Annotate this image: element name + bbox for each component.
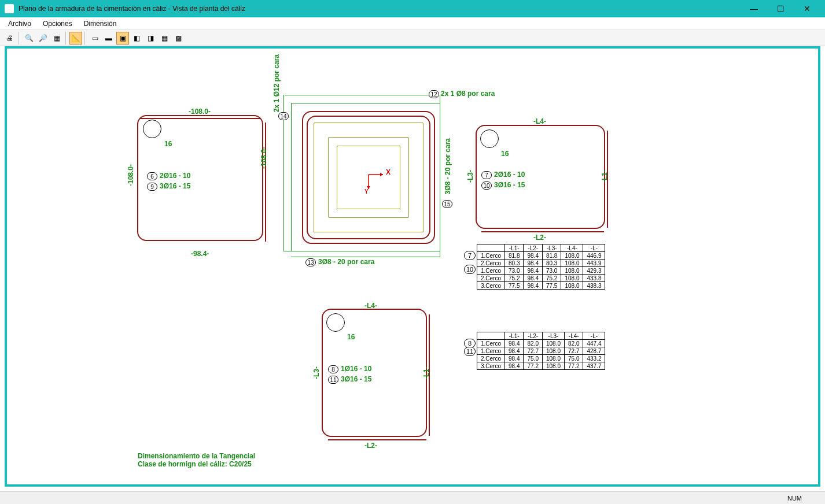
footer-note: Dimensionamiento de la Tangencial Clase …: [138, 452, 255, 468]
ref-11-text: 3Ø16 - 15: [341, 375, 371, 383]
ref-8: 8: [328, 365, 338, 373]
menu-dimension[interactable]: Dimensión: [78, 18, 123, 29]
stirrup-bot-b: [328, 439, 426, 440]
dimline: [292, 103, 440, 103]
ref-10-text: 3Ø16 - 15: [494, 181, 525, 189]
window-title: Plano de la armadura de la cimentación e…: [19, 5, 741, 13]
tool-grid[interactable]: ▦: [50, 32, 63, 45]
maximize-button[interactable]: ☐: [767, 0, 794, 17]
table1-ref-7: 7: [464, 251, 476, 260]
diam-label-r: 16: [501, 150, 509, 158]
dim-top-r: -L4-: [533, 117, 546, 125]
ref-8-text: 1Ø16 - 10: [341, 365, 371, 373]
close-button[interactable]: ✕: [794, 0, 820, 17]
ref-6: 6: [147, 172, 157, 180]
app-icon: [5, 4, 14, 13]
ref-13-text: 3Ø8 - 20 por cara: [318, 258, 374, 266]
dim-left-b: -L3-: [312, 366, 321, 379]
toolbar-sep: [19, 32, 20, 45]
tool-v6[interactable]: ◨: [144, 32, 157, 45]
toolbar-sep: [84, 32, 86, 45]
tool-v4[interactable]: ▣: [116, 32, 129, 45]
footer-line-1: Dimensionamiento de la Tangencial: [138, 452, 255, 460]
ref-11: 11: [328, 376, 338, 384]
tool-v2[interactable]: ▭: [89, 32, 101, 45]
dim-right-b: -L1-: [422, 366, 430, 379]
dim-top-b: -L4-: [364, 302, 377, 310]
drawing-canvas: 16 -108.0- -108.0- -98.4- 6 2Ø16 - 10 9 …: [7, 49, 818, 484]
ref-6-text: 2Ø16 - 10: [160, 172, 190, 180]
ref-12-text: 2x 1 Ø8 por cara: [441, 90, 495, 98]
ref-7: 7: [481, 171, 492, 179]
tool-zoomout[interactable]: 🔎: [36, 32, 49, 45]
diameter-circle-1: [143, 120, 161, 138]
axis-y-label: Y: [364, 188, 369, 195]
tool-v7[interactable]: ▦: [158, 32, 171, 45]
table1-ref-10: 10: [464, 265, 476, 274]
dim-bottom-1: -98.4-: [191, 250, 209, 258]
diam-label-b: 16: [347, 333, 355, 341]
tool-v5[interactable]: ◧: [130, 32, 143, 45]
table2-ref-11: 11: [464, 347, 476, 356]
dim-left-c: -108.0-: [260, 147, 268, 169]
dim-bottom-b: -L2-: [364, 442, 377, 450]
axis-x-label: X: [386, 168, 391, 176]
dim-bottom-r: -L2-: [533, 234, 546, 242]
dim-top-1: -108.0-: [189, 108, 211, 116]
tool-v8[interactable]: ▩: [172, 32, 185, 45]
dimension-table-2: -L1--L2--L3--L4--L-1.Cerco98.482.0108.08…: [477, 332, 605, 370]
dim-left-r: -L3-: [466, 170, 474, 183]
dimline: [440, 95, 440, 257]
diam-label-1: 16: [164, 140, 172, 148]
minimize-button[interactable]: —: [741, 0, 767, 17]
diameter-circle-b: [326, 313, 345, 332]
toolbar-sep: [65, 32, 67, 45]
menu-opciones[interactable]: Opciones: [37, 18, 78, 29]
stirrup-inner-1a: [140, 118, 260, 244]
ref-15-text: 3Ø8 - 20 por cara: [444, 138, 452, 194]
ref-9-text: 3Ø16 - 15: [160, 182, 190, 190]
ref-15: 15: [442, 200, 452, 208]
tool-zoom[interactable]: 🔍: [23, 32, 35, 45]
menu-archivo[interactable]: Archivo: [2, 18, 37, 29]
stirrup-bot-r: [481, 231, 604, 232]
ref-7-text: 2Ø16 - 10: [494, 171, 525, 179]
tool-view1[interactable]: 📐: [69, 32, 82, 45]
dimension-table-1: -L1--L2--L3--L4--L-1.Cerco81.898.481.810…: [477, 244, 605, 290]
dimline: [285, 95, 433, 95]
dimline: [283, 251, 440, 251]
status-num: NUM: [787, 495, 802, 502]
origin-marker: [369, 175, 392, 199]
stirrup-side-1: [265, 123, 266, 242]
ref-12: 12: [429, 90, 439, 98]
tool-v3[interactable]: ▬: [102, 32, 115, 45]
tool-print[interactable]: 🖨: [3, 32, 16, 45]
dimline: [291, 103, 292, 251]
ref-14: 14: [278, 112, 289, 120]
footer-line-2: Clase de hormign del cáliz: C20/25: [138, 460, 255, 468]
status-bar: NUM: [0, 491, 825, 504]
dim-left-1: -108.0-: [127, 164, 135, 186]
ref-10: 10: [481, 181, 492, 190]
ref-14-text: 2x 1 Ø12 por cara: [272, 54, 281, 112]
dimline: [291, 257, 440, 257]
toolbar: 🖨 🔍 🔎 ▦ 📐 ▭ ▬ ▣ ◧ ◨ ▦ ▩: [0, 30, 825, 46]
drawing-viewport[interactable]: 16 -108.0- -108.0- -98.4- 6 2Ø16 - 10 9 …: [5, 46, 820, 487]
title-bar: Plano de la armadura de la cimentación e…: [0, 0, 825, 17]
menu-bar: Archivo Opciones Dimensión: [0, 17, 825, 30]
ref-13: 13: [305, 258, 316, 266]
diameter-circle-r: [480, 129, 499, 148]
dim-right-r: -L1-: [601, 170, 609, 183]
ref-9: 9: [147, 183, 157, 191]
